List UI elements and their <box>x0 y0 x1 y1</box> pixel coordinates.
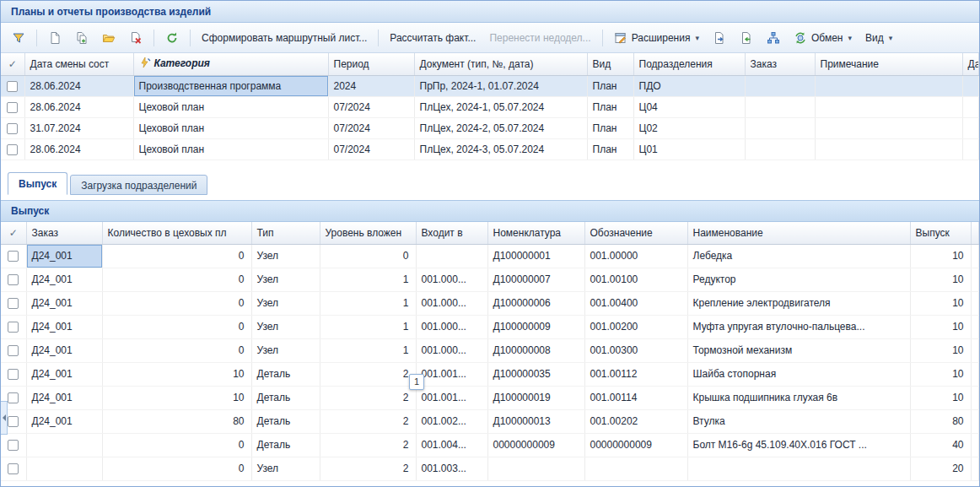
cell-level[interactable]: 2 <box>320 362 416 386</box>
cell-level[interactable]: 1 <box>320 315 416 338</box>
cell-period[interactable]: 07/2024 <box>328 96 414 117</box>
row-checkbox[interactable] <box>8 251 19 262</box>
cell-period[interactable]: 07/2024 <box>328 138 414 160</box>
copy-document-button[interactable] <box>69 28 94 48</box>
cell-level[interactable]: 2 <box>320 433 416 457</box>
cell-document[interactable]: ПлЦех, 2024-2, 05.07.2024 <box>414 117 587 138</box>
cell-note[interactable] <box>815 138 962 160</box>
cell-date[interactable] <box>962 96 979 117</box>
cell-order[interactable] <box>745 138 815 160</box>
output-row[interactable]: Д24_001 0 Узел 1 001.000... Д100000008 0… <box>1 338 979 362</box>
calc-fact-button[interactable]: Рассчитать факт... <box>384 28 482 48</box>
cell-output[interactable]: 10 <box>910 268 971 291</box>
cell-order[interactable] <box>26 433 102 457</box>
row-checkbox[interactable] <box>7 123 18 134</box>
cell-order[interactable]: Д24_001 <box>26 244 102 268</box>
output-row[interactable]: Д24_001 0 Узел 0 Д100000001 001.00000 Ле… <box>1 244 979 268</box>
cell-period[interactable]: 07/2024 <box>328 117 414 138</box>
cell-qty[interactable]: 0 <box>102 268 251 291</box>
cell-parent[interactable]: 001.002... <box>416 409 487 433</box>
tab-zagruzka-podrazdelenij[interactable]: Загрузка подразделений <box>70 175 207 195</box>
cell-category[interactable]: Цеховой план <box>133 138 328 160</box>
cell-parent[interactable]: 001.000... <box>416 338 487 362</box>
column-header-nomenclature[interactable]: Номенклатура <box>487 222 584 244</box>
cell-order[interactable]: Д24_001 <box>26 362 102 386</box>
cell-name[interactable]: Тормозной механизм <box>687 338 910 362</box>
cell-name[interactable]: Лебедка <box>687 244 910 268</box>
row-checkbox[interactable] <box>8 345 19 356</box>
output-row[interactable]: Д24_001 0 Узел 1 001.000... Д100000009 0… <box>1 315 979 338</box>
cell-type[interactable]: Узел <box>251 268 320 291</box>
cell-designation[interactable]: 001.00200 <box>584 315 687 338</box>
cell-parent[interactable]: 001.000... <box>416 268 487 291</box>
column-header-document[interactable]: Документ (тип, №, дата) <box>414 53 587 75</box>
form-route-list-button[interactable]: Сформировать маршрутный лист... <box>196 28 373 48</box>
output-row[interactable]: Д24_001 10 Деталь 2 001.001... Д10000001… <box>1 386 979 409</box>
cell-document[interactable]: ПлЦех, 2024-1, 05.07.2024 <box>414 96 587 117</box>
cell-type[interactable]: Деталь <box>251 433 320 457</box>
cell-output[interactable]: 10 <box>910 315 971 338</box>
cell-parent[interactable]: 001.001... <box>416 386 487 409</box>
row-checkbox[interactable] <box>8 392 19 403</box>
cell-kind[interactable]: План <box>587 117 633 138</box>
cell-designation[interactable]: 001.00112 <box>584 362 687 386</box>
cell-level[interactable]: 2 <box>320 457 416 480</box>
output-row[interactable]: 0 Деталь 2 001.004... 00000000009 000000… <box>1 433 979 457</box>
plan-row[interactable]: 28.06.2024 Цеховой план 07/2024 ПлЦех, 2… <box>1 138 979 160</box>
cell-category[interactable]: Цеховой план <box>133 117 328 138</box>
cell-kind[interactable]: План <box>587 75 633 96</box>
new-document-button[interactable] <box>42 28 67 48</box>
cell-output[interactable]: 10 <box>910 338 971 362</box>
cell-name[interactable]: Втулка <box>687 409 910 433</box>
cell-document[interactable]: ПлЦех, 2024-3, 05.07.2024 <box>414 138 587 160</box>
output-row[interactable]: Д24_001 0 Узел 1 001.000... Д100000007 0… <box>1 268 979 291</box>
structure-button[interactable] <box>761 28 786 48</box>
row-checkbox[interactable] <box>8 369 19 380</box>
cell-qty[interactable]: 0 <box>102 457 251 480</box>
cell-name[interactable]: Шайба стопорная <box>687 362 910 386</box>
cell-level[interactable]: 1 <box>320 268 416 291</box>
cell-order[interactable]: Д24_001 <box>26 268 102 291</box>
cell-qty[interactable]: 0 <box>102 433 251 457</box>
cell-note[interactable] <box>815 96 962 117</box>
cell-nomenclature[interactable]: Д100000007 <box>487 268 584 291</box>
cell-name[interactable]: Крышка подшипника глухая 6в <box>687 386 910 409</box>
cell-level[interactable]: 2 <box>320 409 416 433</box>
cell-order[interactable]: Д24_001 <box>26 291 102 315</box>
column-header-output[interactable]: Выпуск <box>910 222 971 244</box>
output-row[interactable]: 0 Узел 2 001.003... 20 <box>1 457 979 480</box>
column-header-order[interactable]: Заказ <box>26 222 102 244</box>
cell-designation[interactable]: 00000000009 <box>584 433 687 457</box>
cell-output[interactable]: 10 <box>910 386 971 409</box>
output-row[interactable]: Д24_001 80 Деталь 2 001.002... Д10000001… <box>1 409 979 433</box>
cell-type[interactable]: Деталь <box>251 386 320 409</box>
cell-qty[interactable]: 0 <box>102 315 251 338</box>
cell-order[interactable]: Д24_001 <box>26 386 102 409</box>
cell-qty[interactable]: 80 <box>102 409 251 433</box>
cell-nomenclature[interactable]: Д100000006 <box>487 291 584 315</box>
cell-level[interactable]: 2 <box>320 386 416 409</box>
row-checkbox[interactable] <box>8 322 19 333</box>
cell-date-change[interactable]: 31.07.2024 <box>24 117 133 138</box>
cell-parent[interactable] <box>416 244 487 268</box>
column-header-qty[interactable]: Количество в цеховых пл <box>102 222 251 244</box>
column-header-period[interactable]: Период <box>328 53 414 75</box>
column-header-designation[interactable]: Обозначение <box>584 222 687 244</box>
cell-order[interactable]: Д24_001 <box>26 338 102 362</box>
row-checkbox[interactable] <box>8 274 19 285</box>
cell-name[interactable]: Муфта упругая втулочно-пальцева... <box>687 315 910 338</box>
cell-output[interactable]: 40 <box>910 433 971 457</box>
row-checkbox[interactable] <box>7 144 18 155</box>
cell-nomenclature[interactable] <box>487 457 584 480</box>
cell-qty[interactable]: 0 <box>102 244 251 268</box>
cell-note[interactable] <box>815 117 962 138</box>
row-checkbox[interactable] <box>8 440 19 451</box>
cell-nomenclature[interactable]: Д100000001 <box>487 244 584 268</box>
filter-button[interactable] <box>6 28 31 48</box>
cell-qty[interactable]: 0 <box>102 338 251 362</box>
plan-row[interactable]: 28.06.2024 Производственная программа 20… <box>1 75 979 96</box>
column-header-division[interactable]: Подразделения <box>633 53 745 75</box>
cell-order[interactable] <box>745 75 815 96</box>
cell-order[interactable]: Д24_001 <box>26 315 102 338</box>
column-header-kind[interactable]: Вид <box>587 53 633 75</box>
